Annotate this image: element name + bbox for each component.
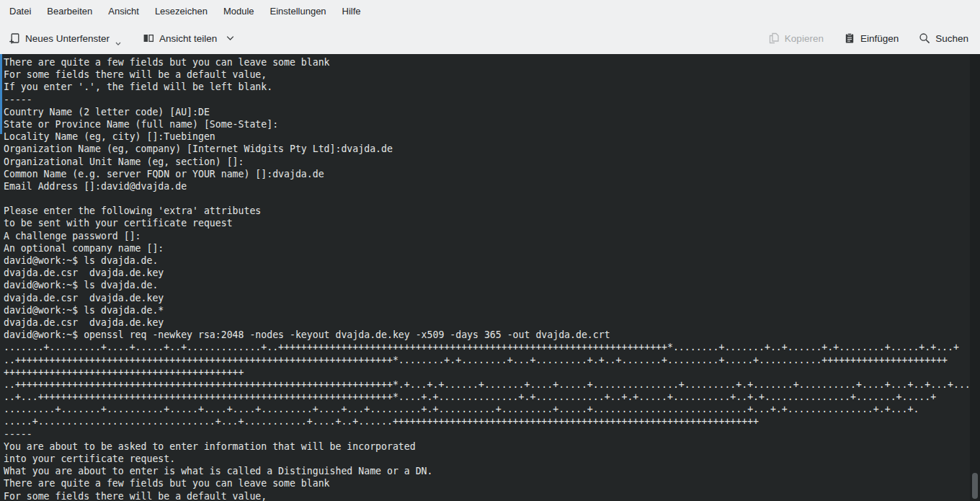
terminal-line: State or Province Name (full name) [Some… bbox=[0, 118, 970, 130]
terminal-line: into your certificate request. bbox=[0, 453, 970, 465]
menu-item-module[interactable]: Module bbox=[215, 0, 262, 22]
chevron-down-icon bbox=[115, 42, 121, 46]
copy-button[interactable]: Kopieren bbox=[767, 30, 825, 47]
terminal-line: to be sent with your certificate request bbox=[0, 217, 970, 229]
copy-label: Kopieren bbox=[785, 33, 824, 44]
terminal-line: Common Name (e.g. server FQDN or YOUR na… bbox=[0, 168, 970, 180]
terminal-line: Organization Name (eg, company) [Interne… bbox=[0, 143, 970, 155]
paste-button[interactable]: Einfügen bbox=[842, 30, 900, 47]
konsole-window: DateiBearbeitenAnsichtLesezeichenModuleE… bbox=[0, 0, 980, 501]
terminal-line: A challenge password []: bbox=[0, 230, 970, 242]
new-tab-label: Neues Unterfenster bbox=[25, 33, 110, 44]
terminal-line: .......+.........+....+.....+..+........… bbox=[0, 341, 970, 353]
terminal-line: david@work:~$ ls dvajda.de. bbox=[0, 254, 970, 267]
toolbar-left-group: Neues Unterfenster Ansicht teilen bbox=[7, 30, 236, 47]
terminal-line: david@work:~$ ls dvajda.de. bbox=[0, 279, 970, 291]
terminal-line: You are about to be asked to enter infor… bbox=[0, 440, 970, 453]
toolbar: Neues Unterfenster Ansicht teilen bbox=[0, 22, 980, 54]
copy-icon bbox=[768, 32, 780, 44]
new-tab-button[interactable]: Neues Unterfenster bbox=[7, 30, 122, 47]
terminal-line: Please enter the following 'extra' attri… bbox=[0, 205, 970, 217]
terminal-line bbox=[0, 192, 970, 205]
terminal-view[interactable]: There are quite a few fields but you can… bbox=[0, 54, 980, 501]
menu-item-einstellungen[interactable]: Einstellungen bbox=[262, 0, 334, 22]
menu-item-ansicht[interactable]: Ansicht bbox=[100, 0, 147, 22]
terminal-line: Organizational Unit Name (eg, section) [… bbox=[0, 156, 970, 168]
chevron-down-icon bbox=[226, 35, 234, 41]
search-button[interactable]: Suchen bbox=[917, 30, 970, 47]
terminal-line: dvajda.de.csr dvajda.de.key bbox=[0, 316, 970, 329]
split-view-button[interactable]: Ansicht teilen bbox=[141, 30, 236, 47]
new-output-marker bbox=[0, 54, 2, 134]
terminal-line: For some fields there will be a default … bbox=[0, 68, 970, 81]
terminal-line: ----- bbox=[0, 94, 970, 106]
menu-bar: DateiBearbeitenAnsichtLesezeichenModuleE… bbox=[0, 0, 980, 22]
terminal-line: What you are about to enter is what is c… bbox=[0, 465, 970, 477]
terminal-line: ..+...++++++++++++++++++++++++++++++++++… bbox=[0, 391, 970, 403]
terminal-line: For some fields there will be a default … bbox=[0, 490, 970, 501]
scrollbar-thumb[interactable] bbox=[972, 473, 978, 499]
terminal-line: Country Name (2 letter code) [AU]:DE bbox=[0, 106, 970, 118]
terminal-line: An optional company name []: bbox=[0, 242, 970, 254]
menu-item-hilfe[interactable]: Hilfe bbox=[334, 0, 369, 22]
terminal-line: .........+.......+..........+.....+....+… bbox=[0, 403, 970, 415]
scrollbar-track[interactable] bbox=[970, 54, 980, 501]
terminal-line: ..++++++++++++++++++++++++++++++++++++++… bbox=[0, 378, 970, 391]
terminal-line: ++++++++++++++++++++++++++++++++++++++++… bbox=[0, 366, 970, 378]
terminal-line: ----- bbox=[0, 428, 970, 440]
toolbar-right-group: Kopieren Einfügen bbox=[767, 30, 970, 47]
search-label: Suchen bbox=[935, 33, 968, 44]
clipboard-icon bbox=[844, 32, 855, 44]
terminal-line: There are quite a few fields but you can… bbox=[0, 56, 970, 68]
search-icon bbox=[919, 32, 930, 44]
terminal-line: dvajda.de.csr dvajda.de.key bbox=[0, 267, 970, 279]
terminal-lines: There are quite a few fields but you can… bbox=[0, 56, 970, 501]
terminal-line: There are quite a few fields but you can… bbox=[0, 477, 970, 489]
terminal-line: dvajda.de.csr dvajda.de.key bbox=[0, 292, 970, 304]
split-view-icon bbox=[143, 32, 154, 44]
new-tab-icon bbox=[9, 32, 20, 44]
terminal-line: ..++++++++++++++++++++++++++++++++++++++… bbox=[0, 354, 970, 366]
menu-item-datei[interactable]: Datei bbox=[1, 0, 39, 22]
menu-item-bearbeiten[interactable]: Bearbeiten bbox=[39, 0, 100, 22]
terminal-line: If you enter '.', the field will be left… bbox=[0, 81, 970, 93]
split-view-label: Ansicht teilen bbox=[159, 33, 217, 44]
terminal-line: david@work:~$ ls dvajda.de.* bbox=[0, 304, 970, 316]
paste-label: Einfügen bbox=[860, 33, 899, 44]
terminal-line: .....+...............................+..… bbox=[0, 415, 970, 427]
terminal-line: david@work:~$ openssl req -newkey rsa:20… bbox=[0, 329, 970, 341]
terminal-line: Locality Name (eg, city) []:Tuebingen bbox=[0, 130, 970, 143]
menu-item-lesezeichen[interactable]: Lesezeichen bbox=[147, 0, 215, 22]
terminal-line: Email Address []:david@dvajda.de bbox=[0, 180, 970, 192]
